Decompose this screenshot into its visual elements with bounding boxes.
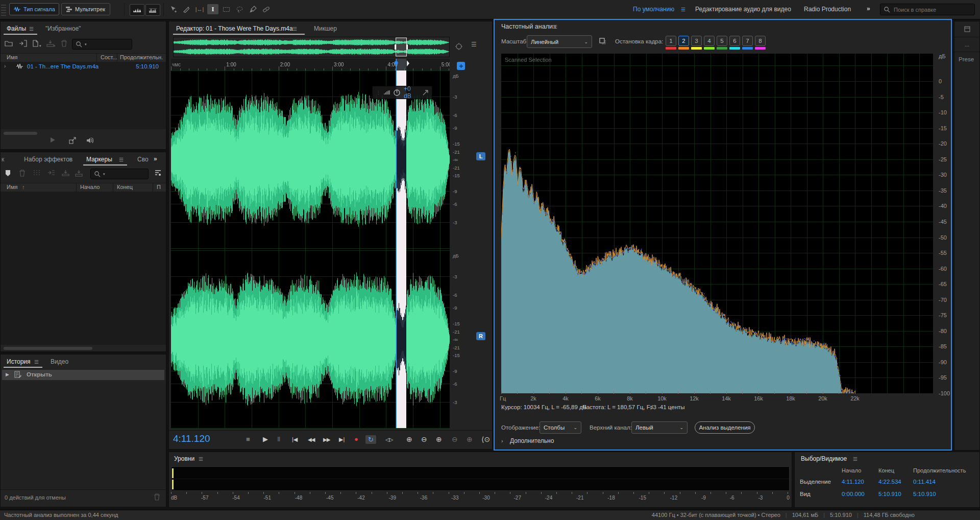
tab-markers[interactable]: Маркеры — [86, 156, 112, 163]
file-row[interactable]: › 01 - Th...ere The Days.m4a 5:10.910 — [1, 62, 166, 71]
frame-hold-6[interactable]: 6 — [729, 36, 740, 50]
multitrack-view-button[interactable]: Мультитрек — [61, 3, 110, 15]
new-file-icon[interactable] — [32, 40, 39, 47]
frame-hold-8[interactable]: 8 — [755, 36, 766, 50]
waveform-editor[interactable] — [171, 59, 450, 430]
scale-dropdown[interactable]: Линейный ⌄ — [527, 35, 592, 48]
levels-panel-menu-icon[interactable]: ☰ — [199, 456, 203, 462]
frame-hold-2[interactable]: 2 — [678, 36, 689, 50]
import-file-icon[interactable] — [19, 40, 27, 47]
waveform-overview[interactable] — [173, 37, 450, 57]
files-search-input[interactable] — [89, 41, 129, 48]
tab-effects-rack[interactable]: Набор эффектов — [24, 156, 72, 163]
advanced-expander-icon[interactable]: › — [501, 438, 503, 444]
history-panel-menu-icon[interactable]: ☰ — [34, 359, 39, 365]
collapsed-presets-tab[interactable]: Prese — [954, 52, 980, 66]
selection-view-menu-icon[interactable]: ☰ — [853, 456, 857, 462]
top-channel-dropdown[interactable]: Левый ⌄ — [631, 421, 688, 434]
open-file-icon[interactable] — [5, 40, 13, 47]
help-search-box[interactable] — [880, 4, 975, 15]
zoom-in-horizontal-button[interactable]: ⊕ — [436, 435, 442, 443]
files-panel-menu-icon[interactable]: ☰ — [29, 26, 34, 32]
history-item-open[interactable]: ▶ Открыть — [2, 370, 164, 380]
markers-panel-menu-icon[interactable]: ☰ — [119, 157, 124, 162]
hud-knob-icon[interactable] — [394, 89, 400, 96]
show-spectrum-button[interactable] — [145, 4, 160, 16]
preview-play-icon[interactable] — [50, 137, 56, 143]
zoom-out-horizontal-button[interactable]: ⊖ — [452, 435, 458, 443]
frame-hold-3[interactable]: 3 — [691, 36, 702, 50]
waveform-view-button[interactable]: Тип сигнала — [9, 3, 59, 15]
marker-type-filter-icon[interactable] — [155, 170, 161, 176]
col-marker-duration-clipped[interactable]: П — [157, 184, 161, 190]
editor-panel-menu-icon[interactable]: ☰ — [292, 26, 297, 32]
display-dropdown[interactable]: Столбы ⌄ — [540, 421, 581, 434]
col-marker-end[interactable]: Конец — [117, 184, 133, 190]
workspace-menu-icon[interactable]: ☰ — [681, 7, 685, 12]
history-list[interactable] — [1, 381, 166, 488]
selection-start[interactable]: 4:11.120 — [842, 479, 864, 485]
markers-list[interactable] — [1, 192, 166, 345]
col-duration[interactable]: Продолжительн. — [120, 54, 163, 60]
stop-button[interactable]: ■ — [246, 435, 250, 443]
insert-into-playlist-icon[interactable] — [47, 170, 55, 176]
play-button[interactable]: ▶ — [263, 435, 268, 443]
show-waveform-button[interactable] — [130, 4, 144, 16]
pause-button[interactable]: Ⅱ — [277, 435, 280, 443]
snapshot-icon[interactable] — [598, 37, 607, 46]
col-marker-start[interactable]: Начало — [80, 184, 100, 190]
delete-marker-icon[interactable] — [19, 170, 26, 177]
freq-panel-menu-icon[interactable]: ☰ — [553, 24, 557, 30]
workspace-tab-default[interactable]: По умолчанию — [633, 6, 674, 13]
channel-left-badge[interactable]: L — [476, 152, 485, 160]
zoom-to-selection-button[interactable]: ⊕ — [467, 435, 473, 443]
auto-play-speaker-icon[interactable] — [86, 137, 94, 144]
col-status[interactable]: Сост... — [101, 54, 117, 60]
export-ranges-icon[interactable] — [62, 170, 69, 176]
go-to-end-button[interactable]: ▶| — [339, 436, 345, 443]
tab-history[interactable]: История — [7, 358, 31, 365]
files-search-box[interactable]: ▾ — [72, 39, 132, 50]
overview-zoom-icon[interactable] — [455, 42, 463, 51]
hud-gain-value[interactable]: +0 dB — [404, 85, 419, 100]
tab-mixer[interactable]: Микшер — [314, 25, 337, 32]
markers-search-box[interactable]: ▾ — [90, 169, 149, 179]
add-marker-icon[interactable] — [5, 170, 11, 177]
selection-view-title[interactable]: Выбор/Видимое — [801, 455, 847, 462]
view-start[interactable]: 0:00.000 — [842, 491, 865, 497]
markers-search-input[interactable] — [108, 171, 145, 178]
analyze-selection-button[interactable]: Анализ выделения — [695, 421, 755, 434]
collapsed-ellipsis-tab[interactable]: ... — [954, 37, 979, 52]
expander-icon[interactable]: › — [4, 63, 6, 69]
workspace-overflow-chevron[interactable]: » — [867, 5, 870, 12]
panel-overflow-chevron[interactable]: » — [154, 155, 157, 162]
skip-selection-button[interactable]: ◁▷ — [385, 437, 393, 442]
volume-hud[interactable]: ⋮ +0 dB — [372, 86, 432, 99]
selection-duration[interactable]: 0:11.414 — [913, 479, 936, 485]
view-end[interactable]: 5:10.910 — [878, 491, 901, 497]
fast-forward-button[interactable]: ▶▶ — [323, 437, 330, 442]
channel-right-badge[interactable]: R — [476, 332, 485, 340]
zoom-in-vertical-button[interactable]: ⊕ — [406, 435, 412, 443]
partial-tab[interactable]: к — [2, 156, 4, 163]
selection-end[interactable]: 4:22.534 — [878, 479, 901, 485]
markers-hscrollbar[interactable] — [4, 347, 92, 350]
rewind-button[interactable]: ◀◀ — [308, 437, 314, 442]
view-duration[interactable]: 5:10.910 — [913, 491, 936, 497]
spectrum-graph[interactable] — [501, 54, 933, 393]
paintbrush-selection-tool-icon[interactable] — [247, 4, 258, 14]
tab-editor[interactable]: Редактор: 01 - Those Were The Days.m4a — [176, 25, 293, 32]
playhead-time-display[interactable]: 4:11.120 — [173, 433, 210, 444]
go-to-start-button[interactable]: |◀ — [292, 436, 298, 443]
frame-hold-4[interactable]: 4 — [704, 36, 715, 50]
spot-healing-brush-tool-icon[interactable] — [260, 4, 272, 14]
tab-favorites[interactable]: "Избранное" — [45, 25, 81, 32]
slip-tool-icon[interactable]: |↔| — [194, 4, 205, 14]
levels-title[interactable]: Уровни — [174, 455, 194, 462]
record-button[interactable]: ● — [354, 435, 358, 443]
workspace-tab-radio-production[interactable]: Radio Production — [804, 6, 851, 13]
time-selection-tool-icon[interactable]: I — [207, 4, 218, 14]
collapsed-panel-tab[interactable] — [954, 21, 979, 37]
frame-hold-1[interactable]: 1 — [666, 36, 676, 50]
col-marker-name[interactable]: Имя — [7, 184, 17, 190]
